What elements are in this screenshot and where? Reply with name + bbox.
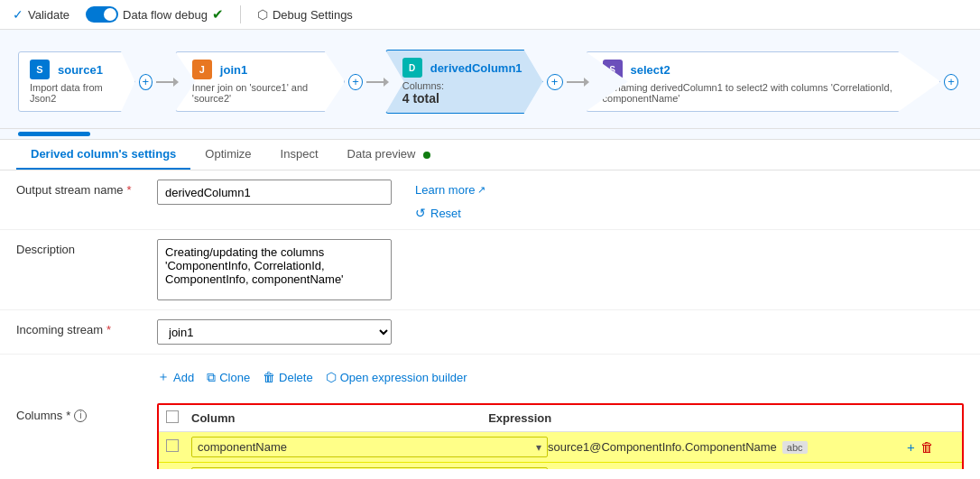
pipeline-node-select2[interactable]: S select2 Renaming derivedColumn1 to sel… bbox=[586, 51, 962, 112]
node-box-derivedColumn1[interactable]: D derivedColumn1 Columns:4 total bbox=[385, 50, 543, 114]
node-title-source1: S source1 bbox=[30, 60, 115, 79]
arrow-2 bbox=[366, 81, 385, 83]
tab-datapreview-label: Data preview bbox=[347, 147, 416, 161]
source1-icon: S bbox=[30, 60, 50, 79]
pipeline-node-derivedColumn1[interactable]: D derivedColumn1 Columns:4 total + bbox=[385, 50, 567, 114]
join1-name: join1 bbox=[220, 63, 247, 77]
columns-table: Column Expression componentName bbox=[157, 403, 964, 469]
node-box-source1[interactable]: S source1 Import data from Json2 bbox=[18, 51, 135, 112]
reset-icon: ↺ bbox=[415, 206, 426, 220]
row1-chevron-icon bbox=[536, 440, 541, 454]
tab-optimize[interactable]: Optimize bbox=[190, 140, 265, 170]
select2-plus-btn[interactable]: + bbox=[944, 74, 958, 90]
row1-expression-text: source1@ComponentInfo.ComponentName bbox=[548, 440, 777, 454]
add-label: Add bbox=[173, 371, 194, 384]
tab-bar: Derived column's settings Optimize Inspe… bbox=[0, 140, 980, 170]
table-row: componentName source1@ComponentInfo.Comp… bbox=[159, 432, 962, 463]
tab-datapreview[interactable]: Data preview bbox=[333, 140, 446, 170]
node-box-select2[interactable]: S select2 Renaming derivedColumn1 to sel… bbox=[586, 51, 941, 112]
pipeline-node-join1[interactable]: J join1 Inner join on 'source1' and 'sou… bbox=[175, 51, 366, 112]
description-label: Description bbox=[16, 239, 143, 256]
columns-table-header: Column Expression bbox=[159, 405, 962, 432]
incoming-stream-label-text: Incoming stream bbox=[16, 323, 103, 336]
derivedColumn1-plus-btn[interactable]: + bbox=[547, 74, 563, 90]
row1-expr-type: abc bbox=[782, 441, 808, 454]
derivedColumn1-count: 4 total bbox=[402, 91, 439, 106]
columns-info-icon[interactable]: i bbox=[74, 410, 87, 422]
data-flow-debug-toggle[interactable]: Data flow debug ✔ bbox=[86, 6, 224, 23]
scroll-bar bbox=[18, 132, 90, 136]
toolbar: ✓ Validate Data flow debug ✔ ⬡ Debug Set… bbox=[0, 0, 980, 30]
validate-label: Validate bbox=[28, 8, 69, 22]
select2-icon: S bbox=[603, 60, 623, 79]
row1-actions: + 🗑 bbox=[904, 439, 955, 455]
row1-checkbox-col bbox=[166, 439, 191, 455]
node-title-join1: J join1 bbox=[192, 60, 325, 79]
row1-column-name-text: componentName bbox=[198, 440, 287, 454]
derivedColumn1-sub: Columns:4 total bbox=[402, 80, 522, 106]
arrow-1 bbox=[156, 81, 175, 83]
clone-column-button[interactable]: ⧉ Clone bbox=[207, 370, 250, 385]
output-stream-label: Output stream name * bbox=[16, 180, 143, 197]
source1-sub: Import data from Json2 bbox=[30, 82, 115, 104]
learn-more-link[interactable]: Learn more ↗ bbox=[415, 180, 485, 197]
select2-sub: Renaming derivedColumn1 to select2 with … bbox=[603, 82, 920, 104]
settings-panel: Output stream name * Learn more ↗ ↺ Rese… bbox=[0, 170, 980, 469]
node-box-join1[interactable]: J join1 Inner join on 'source1' and 'sou… bbox=[175, 51, 346, 112]
join1-plus-btn[interactable]: + bbox=[348, 74, 362, 90]
open-expr-builder-button[interactable]: ⬡ Open expression builder bbox=[326, 370, 467, 384]
row2-column-name: CorrelationId bbox=[191, 467, 548, 469]
row1-column-name: componentName bbox=[191, 437, 548, 457]
add-icon: ＋ bbox=[157, 369, 170, 385]
columns-toolbar: ＋ Add ⧉ Clone 🗑 Delete ⬡ Open expression… bbox=[157, 364, 467, 394]
row1-delete-btn[interactable]: 🗑 bbox=[918, 439, 937, 455]
select2-name: select2 bbox=[631, 63, 670, 77]
expr-builder-icon: ⬡ bbox=[326, 370, 337, 384]
toolbar-separator bbox=[240, 5, 241, 23]
validate-button[interactable]: ✓ Validate bbox=[13, 7, 69, 22]
description-textarea[interactable]: Creating/updating the columns 'Component… bbox=[157, 239, 392, 300]
add-column-button[interactable]: ＋ Add bbox=[157, 369, 194, 385]
output-stream-row: Output stream name * Learn more ↗ ↺ Rese… bbox=[0, 170, 980, 230]
columns-required: * bbox=[66, 409, 70, 422]
source1-plus-btn[interactable]: + bbox=[139, 74, 153, 90]
row1-add-btn[interactable]: + bbox=[904, 439, 918, 455]
tab-inspect[interactable]: Inspect bbox=[266, 140, 333, 170]
columns-toolbar-row: ＋ Add ⧉ Clone 🗑 Delete ⬡ Open expression… bbox=[0, 355, 980, 394]
row2-column-select[interactable]: CorrelationId bbox=[191, 467, 548, 469]
clone-icon: ⧉ bbox=[207, 370, 216, 385]
row1-column-select[interactable]: componentName bbox=[191, 437, 548, 457]
arrow-3 bbox=[567, 81, 586, 83]
header-checkbox[interactable] bbox=[166, 410, 179, 423]
incoming-stream-select[interactable]: join1 bbox=[157, 319, 392, 345]
clone-label: Clone bbox=[219, 371, 250, 384]
output-stream-label-text: Output stream name bbox=[16, 183, 124, 197]
debug-settings-button[interactable]: ⬡ Debug Settings bbox=[257, 7, 353, 22]
delete-column-button[interactable]: 🗑 Delete bbox=[263, 370, 313, 384]
tab-inspect-label: Inspect bbox=[281, 147, 319, 161]
columns-toolbar-spacer bbox=[16, 364, 143, 367]
tab-settings-label: Derived column's settings bbox=[31, 147, 176, 161]
pipeline-node-source1[interactable]: S source1 Import data from Json2 + bbox=[18, 51, 156, 112]
incoming-stream-required: * bbox=[106, 323, 111, 336]
description-row: Description Creating/updating the column… bbox=[0, 230, 980, 310]
row1-checkbox[interactable] bbox=[166, 439, 179, 452]
data-flow-debug-label: Data flow debug bbox=[123, 8, 208, 22]
debug-ok-icon: ✔ bbox=[212, 6, 224, 23]
reset-button[interactable]: ↺ Reset bbox=[415, 202, 485, 220]
join1-icon: J bbox=[192, 60, 212, 79]
tab-settings[interactable]: Derived column's settings bbox=[16, 140, 190, 170]
reset-label: Reset bbox=[430, 207, 461, 220]
pipeline-canvas: S source1 Import data from Json2 + J joi… bbox=[0, 30, 980, 129]
header-checkbox-col bbox=[166, 410, 191, 426]
scroll-bar-area bbox=[0, 129, 980, 140]
description-label-text: Description bbox=[16, 243, 75, 256]
toggle-switch-icon[interactable] bbox=[86, 6, 118, 23]
row1-expression: source1@ComponentInfo.ComponentName abc bbox=[548, 440, 904, 454]
node-title-derivedColumn1: D derivedColumn1 bbox=[402, 58, 522, 78]
output-stream-input[interactable] bbox=[157, 180, 392, 205]
columns-table-container: Column Expression componentName bbox=[157, 403, 964, 469]
columns-label-text: Columns bbox=[16, 409, 62, 422]
header-column-label: Column bbox=[191, 411, 488, 425]
open-expr-label: Open expression builder bbox=[340, 371, 467, 384]
